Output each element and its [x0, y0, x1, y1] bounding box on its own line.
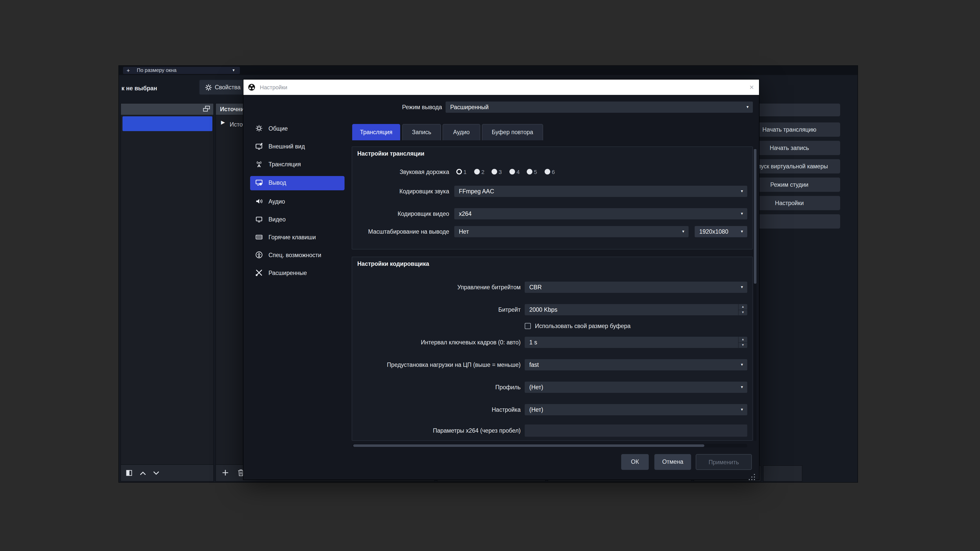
rescale-resolution-dropdown[interactable]: 1920x1080 — [695, 226, 747, 237]
keyframe-interval-label: Интервал ключевых кадров (0: авто) — [353, 337, 520, 348]
audio-track-radio-1[interactable] — [456, 169, 462, 175]
play-icon: ▶ — [221, 119, 225, 125]
rescale-output-value: Нет — [459, 229, 469, 235]
rate-control-dropdown[interactable]: CBR — [525, 282, 747, 293]
output-mode-dropdown[interactable]: Расширенный — [445, 102, 753, 113]
fit-to-window-dropdown[interactable]: + По размеру окна ▼ — [123, 67, 240, 74]
apply-button[interactable]: Применить — [696, 454, 752, 470]
tab-streaming[interactable]: Трансляция — [352, 124, 400, 140]
spin-buttons[interactable] — [738, 337, 747, 348]
sidebar-item-label: Общие — [269, 123, 288, 134]
horizontal-scrollbar-thumb[interactable] — [353, 445, 704, 447]
dropdown-caret-icon — [740, 359, 744, 370]
spin-buttons[interactable] — [738, 304, 747, 315]
dropdown-caret-icon — [740, 404, 744, 415]
properties-button[interactable]: Свойства — [199, 79, 249, 95]
bitrate-value: 2000 Kbps — [529, 306, 557, 313]
close-icon[interactable] — [749, 79, 754, 95]
sidebar-item-label: Вывод — [269, 177, 286, 188]
dialog-titlebar[interactable]: Настройки — [243, 79, 759, 95]
output-mode-label: Режим вывода — [340, 102, 442, 113]
studio-mode-label: Режим студии — [770, 182, 808, 188]
audio-track-label: Звуковая дорожка — [335, 166, 449, 178]
vertical-scrollbar-thumb[interactable] — [754, 149, 756, 284]
tab-label: Трансляция — [360, 129, 393, 135]
profile-value: (Нет) — [529, 384, 543, 390]
tab-replay-buffer[interactable]: Буфер повтора — [482, 124, 543, 140]
start-streaming-label: Начать трансляцию — [762, 127, 816, 133]
sidebar-item-general[interactable]: Общие — [250, 123, 345, 134]
cpu-preset-label: Предустановка нагрузки на ЦП (выше = мен… — [353, 359, 520, 370]
x264-options-input[interactable] — [525, 424, 747, 437]
move-down-icon[interactable] — [153, 471, 160, 475]
dropdown-caret-icon — [740, 226, 744, 237]
audio-encoder-label: Кодировщик звука — [335, 186, 449, 197]
sidebar-item-label: Аудио — [269, 196, 285, 207]
controls-dock-footer — [763, 465, 802, 482]
video-encoder-dropdown[interactable]: x264 — [454, 208, 747, 219]
scenes-panel-footer — [121, 464, 213, 481]
sidebar-item-video[interactable]: Видео — [250, 214, 345, 225]
cpu-preset-dropdown[interactable]: fast — [525, 359, 747, 370]
hotkeys-icon — [255, 233, 263, 241]
keyframe-interval-spinbox[interactable]: 1 s — [525, 337, 747, 348]
fit-to-window-label: По размеру окна — [137, 67, 177, 74]
horizontal-scrollbar[interactable] — [352, 444, 747, 448]
video-encoder-label: Кодировщик видео — [335, 208, 449, 219]
sidebar-item-label: Спец. возможности — [269, 249, 321, 261]
settings-dialog: Настройки Общие Внешний вид Трансляция — [243, 79, 759, 480]
dropdown-caret-icon — [746, 102, 749, 113]
sidebar-item-appearance[interactable]: Внешний вид — [250, 141, 345, 152]
filter-icon[interactable] — [126, 470, 132, 476]
move-up-icon[interactable] — [139, 471, 146, 475]
audio-icon — [255, 197, 263, 205]
scenes-panel — [121, 103, 214, 482]
sidebar-item-label: Горячие клавиши — [269, 232, 316, 243]
tab-audio[interactable]: Аудио — [442, 124, 480, 140]
sidebar-item-output[interactable]: Вывод — [250, 177, 345, 188]
tune-label: Настройка — [353, 404, 520, 415]
tab-label: Запись — [412, 129, 431, 135]
sidebar-item-accessibility[interactable]: Спец. возможности — [250, 249, 345, 261]
audio-track-radio-6[interactable] — [545, 169, 550, 175]
preview-toolbar: + По размеру окна ▼ — [119, 66, 858, 75]
sidebar-item-label: Трансляция — [269, 159, 301, 170]
spin-down-icon[interactable] — [738, 342, 747, 348]
ok-button[interactable]: ОК — [621, 454, 649, 470]
rescale-output-dropdown[interactable]: Нет — [454, 226, 689, 237]
profile-dropdown[interactable]: (Нет) — [525, 382, 747, 393]
tune-dropdown[interactable]: (Нет) — [525, 404, 747, 415]
spin-up-icon[interactable] — [738, 337, 747, 343]
ok-button-label: ОК — [631, 459, 639, 465]
vertical-scrollbar[interactable] — [754, 148, 756, 441]
sidebar-item-stream[interactable]: Трансляция — [250, 159, 345, 170]
custom-buffer-checkbox[interactable] — [525, 323, 531, 329]
audio-track-radio-2[interactable] — [474, 169, 480, 175]
selected-scene-row[interactable] — [123, 116, 212, 131]
no-source-selected-label: к не выбран — [121, 85, 157, 91]
sidebar-item-advanced[interactable]: Расширенные — [250, 267, 345, 279]
rescale-output-label: Масштабирование на выводе — [310, 226, 449, 237]
settings-label: Настройки — [775, 200, 804, 206]
audio-track-option-label: 4 — [517, 166, 520, 178]
add-source-icon[interactable] — [222, 469, 229, 476]
audio-encoder-dropdown[interactable]: FFmpeg AAC — [454, 186, 747, 197]
bitrate-label: Битрейт — [353, 304, 520, 315]
bitrate-spinbox[interactable]: 2000 Kbps — [525, 304, 747, 315]
sidebar-item-audio[interactable]: Аудио — [250, 196, 345, 207]
spin-down-icon[interactable] — [738, 310, 747, 315]
audio-track-radio-5[interactable] — [527, 169, 532, 175]
gear-icon — [255, 124, 263, 132]
audio-track-radio-4[interactable] — [509, 169, 515, 175]
encoder-settings-title: Настройки кодировщика — [357, 260, 429, 267]
dropdown-caret-icon — [740, 186, 744, 197]
audio-track-radio-3[interactable] — [492, 169, 497, 175]
sidebar-item-label: Внешний вид — [269, 141, 305, 152]
spin-up-icon[interactable] — [738, 304, 747, 310]
audio-track-option-label: 2 — [481, 166, 484, 178]
tab-recording[interactable]: Запись — [402, 124, 441, 140]
resize-grip[interactable] — [754, 474, 755, 475]
advanced-icon — [255, 269, 263, 276]
cancel-button[interactable]: Отмена — [654, 454, 691, 470]
video-icon — [255, 215, 263, 223]
